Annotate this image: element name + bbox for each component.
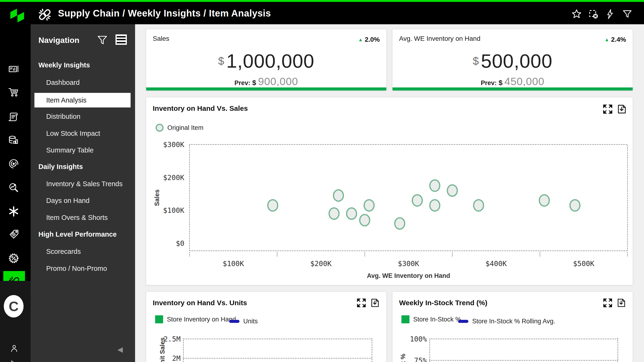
kpi-accent-bar <box>146 88 386 90</box>
tag-icon[interactable] <box>8 229 19 240</box>
kpi-previous: Prev: $ 900,000 <box>146 76 386 88</box>
svg-text:$400K: $400K <box>485 260 506 268</box>
brand-top-stripe <box>0 0 644 2</box>
svg-text:2M: 2M <box>172 354 180 362</box>
nav-item-distribution[interactable]: Distribution <box>46 113 80 120</box>
nav-section-label: High Level Performance <box>38 230 117 238</box>
brand-logo <box>10 6 25 24</box>
link-icon <box>39 8 51 22</box>
y-axis-label: Sales <box>154 190 161 206</box>
prev-currency-symbol: $ <box>252 79 256 87</box>
kpi-title: Avg. WE Inventory on Hand <box>399 35 480 42</box>
user-icon[interactable] <box>10 344 17 352</box>
main-content: Sales ▲ 2.0% $1,000,000 Prev: $ 900,000 … <box>135 24 644 362</box>
y-axis-label: Unit Sales <box>159 338 166 362</box>
nav-item-dashboard[interactable]: Dashboard <box>46 79 80 86</box>
y-axis-label: Store In-Stock % <box>400 354 407 362</box>
svg-text:$200K: $200K <box>163 174 184 182</box>
kpi-value: $1,000,000 <box>146 50 386 72</box>
kpi-previous: Prev: $ 450,000 <box>392 76 633 88</box>
nav-item-summary-table[interactable]: Summary Table <box>46 146 94 154</box>
nav-filter-icon[interactable] <box>97 35 108 46</box>
scatter-chart-card: Inventory on Hand Vs. Sales Original Ite… <box>146 97 633 285</box>
currency-symbol: $ <box>218 55 224 67</box>
delta-up-icon: ▲ <box>358 37 363 42</box>
svg-text:2.5M: 2.5M <box>164 335 180 343</box>
kpi-value: $500,000 <box>392 50 633 72</box>
svg-text:$100K: $100K <box>163 206 184 214</box>
rail-footer: C <box>0 281 31 362</box>
sidenav-collapse-button[interactable]: ◀ <box>118 345 123 354</box>
svg-text:$300K: $300K <box>398 260 419 268</box>
kpi-card-sales: Sales ▲ 2.0% $1,000,000 Prev: $ 900,000 <box>146 29 386 91</box>
clear-selection-icon[interactable] <box>588 9 598 19</box>
currency-symbol: $ <box>473 55 479 67</box>
bar-line-plot[interactable]: 2.5M2M <box>146 292 386 362</box>
c-logo-letter: C <box>9 298 18 314</box>
sidenav: Navigation Weekly InsightsDashboardItem … <box>31 24 135 362</box>
sidenav-title: Navigation <box>38 36 80 45</box>
percent-badge-icon[interactable] <box>8 253 19 264</box>
nav-item-days-on-hand[interactable]: Days on Hand <box>46 197 90 204</box>
nav-item-item-overs-shorts[interactable]: Item Overs & Shorts <box>46 214 108 222</box>
search-chart-icon[interactable] <box>8 182 19 193</box>
svg-text:75%: 75% <box>414 356 427 362</box>
play-icon[interactable] <box>11 360 16 362</box>
app-header: Supply Chain / Weekly Insights / Item An… <box>0 2 644 24</box>
scatter-plot[interactable]: $0$100K$200K$300K$100K$200K$300K$400K$50… <box>146 97 633 285</box>
svg-text:$100K: $100K <box>223 260 244 268</box>
kpi-delta-value: 2.4% <box>611 36 626 43</box>
menu-icon[interactable] <box>116 34 127 45</box>
cart-icon[interactable] <box>8 87 19 98</box>
kpi-delta-value: 2.0% <box>365 36 380 43</box>
svg-text:$200K: $200K <box>310 260 332 268</box>
nav-section-label: Daily Insights <box>38 163 83 171</box>
kpi-title: Sales <box>153 35 169 42</box>
svg-text:$300K: $300K <box>163 140 184 149</box>
prev-value: 450,000 <box>504 76 544 88</box>
favorite-star-icon[interactable] <box>572 9 582 19</box>
delta-up-icon: ▲ <box>604 37 609 42</box>
kpi-accent-bar <box>392 88 633 90</box>
radar-icon[interactable] <box>8 158 19 169</box>
prev-label: Prev: <box>234 80 250 87</box>
svg-text:100%: 100% <box>410 335 427 343</box>
line-chart-card: Weekly In-Stock Trend (%) Store In-Stock… <box>392 292 633 362</box>
nav-item-promo-non-promo[interactable]: Promo / Non-Promo <box>46 265 107 272</box>
nav-item-low-stock-impact[interactable]: Low Stock Impact <box>46 130 100 138</box>
dashboard-icon[interactable] <box>8 64 19 75</box>
nav-section-label: Weekly Insights <box>38 61 90 69</box>
nav-item-inventory-sales-trends[interactable]: Inventory & Sales Trends <box>46 180 122 188</box>
prev-label: Prev: <box>481 80 497 87</box>
scroll-icon[interactable] <box>8 112 19 122</box>
bar-line-chart-card: Inventory on Hand Vs. Units Store Invent… <box>146 292 386 362</box>
page-title: Supply Chain / Weekly Insights / Item An… <box>58 8 271 18</box>
lightning-icon[interactable] <box>605 9 616 19</box>
line-plot[interactable]: 100%75% <box>392 292 633 362</box>
asterisk-icon[interactable] <box>8 206 19 217</box>
svg-text:$500K: $500K <box>573 260 594 268</box>
prev-value: 900,000 <box>258 76 298 88</box>
kpi-delta: ▲ 2.4% <box>604 36 626 43</box>
nav-item-item-analysis[interactable]: Item Analysis <box>34 93 130 108</box>
kpi-delta: ▲ 2.0% <box>358 36 380 43</box>
kpi-card-inventory: Avg. WE Inventory on Hand ▲ 2.4% $500,00… <box>392 29 633 91</box>
icon-rail <box>0 24 31 281</box>
c-logo[interactable]: C <box>4 295 24 318</box>
prev-currency-symbol: $ <box>498 79 502 87</box>
database-chart-icon[interactable] <box>8 135 19 146</box>
nav-item-scorecards[interactable]: Scorecards <box>46 248 81 256</box>
svg-text:$0: $0 <box>176 239 184 248</box>
x-axis-label: Avg. WE Inventory on Hand <box>190 272 628 280</box>
filter-icon[interactable] <box>622 9 632 19</box>
